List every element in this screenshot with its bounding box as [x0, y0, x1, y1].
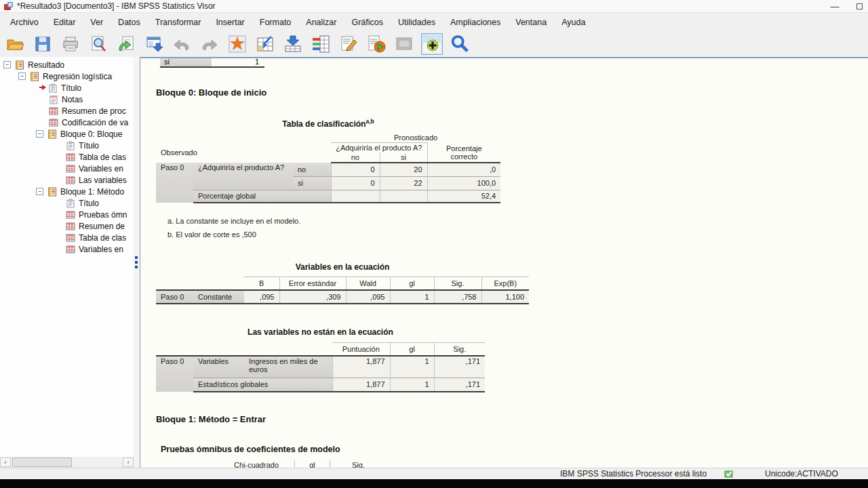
scroll-left-icon[interactable]: ‹ [0, 458, 11, 467]
goto-variable-icon[interactable] [282, 33, 304, 55]
output-pane: si 1 Bloque 0: Bloque de inicio Tabla de… [140, 57, 868, 468]
tree-item-titulo-3[interactable]: Título [0, 197, 134, 209]
tree-item-las-variables[interactable]: Las variables [0, 174, 134, 186]
menu-ver[interactable]: Ver [83, 15, 111, 30]
toolbar [0, 31, 868, 57]
menu-analizar[interactable]: Analizar [298, 15, 344, 30]
splitter-handle-icon[interactable] [135, 256, 138, 268]
tree-item-codificacion[interactable]: Codificación de va [0, 117, 134, 128]
minimize-button[interactable]: — [825, 0, 845, 12]
menu-insertar[interactable]: Insertar [208, 15, 252, 30]
block0-heading[interactable]: Bloque 0: Bloque de inicio [156, 87, 267, 98]
table-icon [66, 152, 76, 162]
tree-item-tabla-clas-2[interactable]: Tabla de clas [0, 232, 134, 243]
tree-item-resumen-proc[interactable]: Resumen de proc [0, 105, 134, 117]
tree-item-variables-en-1[interactable]: Variables en [0, 163, 134, 174]
find-icon[interactable] [449, 33, 471, 55]
unicode-status: Unicode:ACTIVADO [765, 469, 838, 479]
table-icon [66, 164, 76, 174]
tree-item-bloque0[interactable]: − Bloque 0: Bloque [0, 128, 134, 140]
tree-item-resumen-de[interactable]: Resumen de [0, 220, 134, 232]
book-icon [15, 60, 25, 70]
book-icon [47, 187, 58, 197]
tree-item-pruebas-omnibus[interactable]: Pruebas ómn [0, 209, 134, 220]
tree-item-titulo-1[interactable]: Título [0, 82, 134, 94]
menu-transformar[interactable]: Transformar [148, 15, 209, 30]
status-bar: IBM SPSS Statistics Processor está listo… [0, 468, 868, 479]
scroll-right-icon[interactable]: › [123, 458, 134, 467]
classification-table[interactable]: Pronosticado Observado ¿Adquiriría el pr… [156, 133, 500, 203]
tree-item-tabla-clas-1[interactable]: Tabla de clas [0, 151, 134, 163]
goto-data-icon[interactable] [226, 33, 248, 55]
processor-status: IBM SPSS Statistics Processor está listo [560, 469, 707, 479]
pane-splitter[interactable] [134, 57, 140, 468]
classification-footnote-b: b. El valor de corte es ,500 [167, 230, 256, 239]
save-icon[interactable] [32, 33, 54, 55]
tree-item-resultado[interactable]: − Resultado [0, 59, 134, 70]
tree-item-titulo-2[interactable]: Título [0, 140, 134, 151]
menu-utilidades[interactable]: Utilidades [391, 15, 443, 30]
variables-eq-table[interactable]: B Error estándar Wald gl Sig. Exp(B) Pas… [156, 277, 529, 304]
table-icon [49, 106, 59, 116]
tree-item-variables-en-2[interactable]: Variables en [0, 243, 134, 255]
book-icon [30, 72, 40, 81]
menu-archivo[interactable]: Archivo [3, 15, 46, 30]
outline-pane: − Resultado − Regresión logística Título… [0, 57, 134, 457]
redo-icon[interactable] [199, 33, 220, 55]
tree-item-notas[interactable]: Notas [0, 94, 134, 105]
print-preview-icon[interactable] [87, 33, 109, 55]
show-hide-output-icon[interactable] [421, 33, 443, 55]
not-in-eq-table[interactable]: Puntuación gl Sig. Paso 0 Variables Ingr… [156, 342, 485, 392]
collapse-icon[interactable]: − [36, 188, 43, 195]
menu-ampliaciones[interactable]: Ampliaciones [443, 15, 508, 30]
variables-icon[interactable] [310, 33, 332, 55]
print-icon[interactable] [60, 33, 81, 55]
title-bar: *Resultado3 [Documento3] - IBM SPSS Stat… [0, 0, 868, 13]
letterbox-bar [0, 479, 868, 488]
book-icon [47, 129, 58, 139]
collapse-icon[interactable]: − [36, 130, 43, 138]
tree-item-bloque1[interactable]: − Bloque 1: Método [0, 186, 134, 197]
scrollbar-thumb[interactable] [12, 458, 72, 467]
tree-item-regresion-logistica[interactable]: − Regresión logística [0, 70, 134, 82]
classification-table-title[interactable]: Tabla de clasificacióna,b [156, 118, 500, 129]
block1-heading[interactable]: Bloque 1: Método = Entrar [156, 414, 266, 424]
collapse-icon[interactable]: − [3, 61, 11, 68]
title-icon [66, 141, 76, 150]
menu-ventana[interactable]: Ventana [508, 15, 554, 30]
run-script-icon[interactable] [366, 33, 387, 55]
maximize-button[interactable] [849, 0, 868, 12]
tree-horizontal-scrollbar[interactable]: ‹ › [0, 457, 134, 468]
notes-icon [49, 95, 59, 104]
clipped-table-fragment[interactable]: si 1 [160, 58, 264, 68]
collapse-icon[interactable]: − [18, 73, 26, 80]
not-in-eq-title[interactable]: Las variables no están en la ecuación [156, 327, 485, 337]
undo-icon[interactable] [171, 33, 193, 55]
edit-output-icon[interactable] [338, 33, 359, 55]
variables-eq-title[interactable]: Variables en la ecuación [156, 262, 529, 272]
window-title: *Resultado3 [Documento3] - IBM SPSS Stat… [17, 1, 216, 11]
table-icon [66, 176, 76, 185]
spss-viewer-window: *Resultado3 [Documento3] - IBM SPSS Stat… [0, 0, 868, 488]
menu-formato[interactable]: Formato [252, 15, 299, 30]
select-last-output-icon[interactable] [393, 33, 415, 55]
menu-datos[interactable]: Datos [111, 15, 148, 30]
export-output-icon[interactable] [143, 33, 165, 55]
recall-dialogs-icon[interactable] [115, 33, 137, 55]
table-icon [49, 118, 59, 127]
omnibus-title[interactable]: Pruebas ómnibus de coeficientes de model… [161, 445, 340, 454]
current-item-arrow-icon [39, 83, 47, 93]
main-area: − Resultado − Regresión logística Título… [0, 57, 868, 468]
menu-ayuda[interactable]: Ayuda [554, 15, 593, 30]
menu-graficos[interactable]: Gráficos [344, 15, 391, 30]
menu-editar[interactable]: Editar [46, 15, 83, 30]
title-icon [48, 83, 58, 93]
title-icon [66, 199, 76, 208]
table-icon [66, 222, 76, 231]
table-icon [66, 245, 76, 254]
omnibus-clipped-header[interactable]: Chi-cuadrado gl Sig. [156, 460, 387, 468]
classification-footnote-a: a. La constante se incluye en el modelo. [167, 217, 300, 225]
open-icon[interactable] [4, 33, 26, 55]
table-icon [66, 210, 76, 220]
goto-case-icon[interactable] [254, 33, 276, 55]
